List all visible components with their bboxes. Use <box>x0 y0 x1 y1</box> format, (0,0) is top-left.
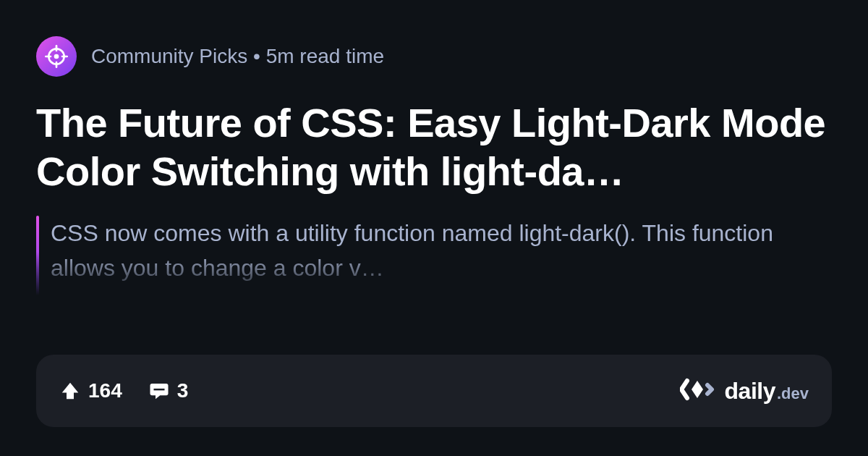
source-name[interactable]: Community Picks <box>91 45 247 67</box>
brand-name-suffix: .dev <box>777 384 809 403</box>
footer-bar: 164 3 daily.dev <box>36 355 832 427</box>
post-meta-row: Community Picks • 5m read time <box>36 36 832 77</box>
post-meta-text: Community Picks • 5m read time <box>91 45 384 68</box>
excerpt-accent-border <box>36 216 39 295</box>
meta-separator: • <box>247 45 265 67</box>
brand-logo-group[interactable]: daily.dev <box>680 372 809 410</box>
svg-point-1 <box>54 54 59 59</box>
comment-icon <box>148 380 170 402</box>
dailydev-logo-icon <box>680 372 715 410</box>
read-time: 5m read time <box>266 45 384 67</box>
post-stats: 164 3 <box>59 379 188 402</box>
upvote-count: 164 <box>88 379 122 402</box>
post-excerpt: CSS now comes with a utility function na… <box>51 216 832 285</box>
upvote-icon <box>59 380 81 402</box>
upvote-stat[interactable]: 164 <box>59 379 122 402</box>
svg-rect-6 <box>153 389 164 391</box>
post-title[interactable]: The Future of CSS: Easy Light-Dark Mode … <box>36 98 832 195</box>
brand-name-main: daily <box>725 378 775 405</box>
comment-stat[interactable]: 3 <box>148 379 189 402</box>
crosshair-icon <box>45 45 68 68</box>
source-avatar[interactable] <box>36 36 77 77</box>
post-excerpt-wrapper: CSS now comes with a utility function na… <box>36 216 832 295</box>
comment-count: 3 <box>177 379 189 402</box>
